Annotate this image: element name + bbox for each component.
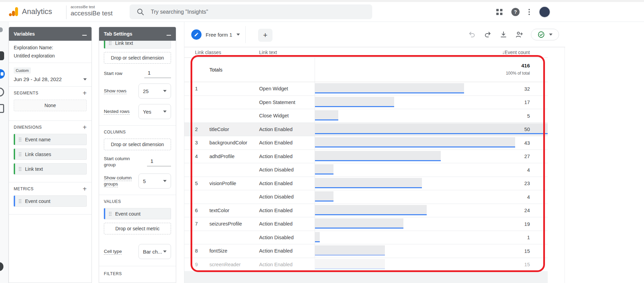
row-dimension-chip[interactable]: Link text: [104, 41, 171, 49]
explore-icon[interactable]: [0, 69, 5, 79]
help-glyph: ?: [514, 9, 517, 15]
home-icon[interactable]: [0, 27, 3, 32]
link-text-cell: Action Enabled: [259, 177, 315, 190]
apps-grid-icon[interactable]: [496, 9, 502, 15]
chevron-down-icon: [83, 78, 87, 80]
dimension-chip[interactable]: Link classes: [14, 149, 87, 160]
metric-chip[interactable]: Event count: [14, 195, 87, 207]
share-user-icon[interactable]: [515, 30, 523, 39]
table-row[interactable]: 8 fontSize Action Enabled 15: [184, 244, 548, 258]
property-switcher[interactable]: accessiBe test accessiBe test: [71, 5, 113, 17]
library-icon[interactable]: [0, 104, 4, 113]
event-count-value: 24: [524, 204, 530, 218]
drag-handle-icon[interactable]: [19, 199, 22, 203]
date-range-value: Jun 29 - Jul 28, 2022: [14, 76, 62, 82]
table-row[interactable]: Close Widget 5: [184, 109, 548, 123]
start-column-group-input[interactable]: 1: [147, 157, 171, 166]
bar-cell: 24: [315, 204, 548, 217]
variables-title: Variables: [14, 31, 35, 37]
table-body: 1 Open Widget 32 Open Statement 17: [184, 82, 548, 271]
table-row[interactable]: 5 visionProfile Action Enabled 23: [184, 177, 548, 191]
drag-handle-icon[interactable]: [19, 167, 22, 171]
event-count-value: 50: [524, 123, 530, 137]
column-header-link-classes[interactable]: Link classes: [195, 50, 259, 55]
show-column-groups-select[interactable]: 5: [138, 173, 171, 189]
link-text-cell: Close Widget: [259, 109, 315, 123]
minimize-icon[interactable]: [167, 35, 171, 36]
reports-icon[interactable]: [0, 51, 4, 60]
exploration-canvas: Free form 1 + Link classes Link text ↓Ev…: [184, 22, 565, 283]
segments-none-chip[interactable]: None: [14, 100, 87, 111]
dimension-chip[interactable]: Event name: [14, 134, 87, 145]
drop-metric-zone[interactable]: Drop or select metric: [104, 223, 171, 234]
undo-icon[interactable]: [468, 30, 476, 39]
table-row[interactable]: 4 adhdProfile Action Enabled 27: [184, 150, 548, 164]
drag-handle-icon[interactable]: [19, 152, 22, 156]
admin-icon[interactable]: [0, 262, 3, 271]
search-input[interactable]: Try searching "Insights": [130, 4, 372, 19]
header-divider: [66, 5, 66, 19]
show-rows-select[interactable]: 25: [138, 83, 171, 99]
drop-dimension-zone[interactable]: Drop or select dimension: [104, 52, 171, 64]
add-metric-icon[interactable]: +: [83, 186, 87, 191]
drag-handle-icon[interactable]: [109, 41, 112, 45]
event-count-bar: [315, 178, 422, 188]
value-metric-chip[interactable]: Event count: [104, 208, 171, 219]
event-count-bar: [315, 137, 515, 147]
chevron-down-icon[interactable]: [236, 34, 240, 36]
exploration-name-value[interactable]: Untitled exploration: [14, 53, 87, 59]
dimensions-block: DIMENSIONS + Event name Link classes Lin…: [9, 121, 92, 182]
column-header-link-text[interactable]: Link text: [259, 50, 315, 55]
status-ok-button[interactable]: [531, 29, 559, 40]
cell-type-label: Cell type: [104, 248, 122, 255]
add-dimension-icon[interactable]: +: [83, 125, 87, 130]
minimize-icon[interactable]: [82, 35, 87, 36]
table-row[interactable]: 1 Open Widget 32: [184, 82, 548, 96]
dimension-chip-label: Event name: [25, 137, 51, 142]
column-header-event-count[interactable]: ↓Event count: [315, 50, 548, 55]
table-row[interactable]: 2 titleColor Action Enabled 50: [184, 123, 548, 137]
event-count-bar: [315, 259, 385, 269]
value-metric-chip-label: Event count: [115, 211, 141, 217]
event-count-bar: [315, 232, 320, 242]
segments-block: SEGMENTS + None: [9, 87, 92, 121]
dimension-chip[interactable]: Link text: [14, 163, 87, 175]
add-tab-button[interactable]: +: [258, 29, 272, 42]
redo-icon[interactable]: [484, 30, 492, 39]
advertising-icon[interactable]: [0, 88, 4, 97]
row-number-cell: 7: [195, 217, 209, 231]
table-row[interactable]: 7 seizuresProfile Action Enabled 19: [184, 217, 548, 231]
metrics-label: METRICS: [14, 186, 34, 191]
metric-chip-label: Event count: [25, 198, 50, 204]
chevron-down-icon: [163, 90, 167, 92]
table-row[interactable]: Action Disabled 4: [184, 190, 548, 204]
bar-cell: 4: [315, 163, 548, 177]
tab-free-form-1[interactable]: Free form 1: [189, 26, 246, 43]
totals-value: 416: [521, 63, 530, 68]
table-row[interactable]: Action Disabled 1: [184, 231, 548, 245]
event-count-bar: [315, 124, 548, 134]
drop-dimension-zone[interactable]: Drop or select dimension: [104, 139, 171, 150]
app-header: Analytics accessiBe test accessiBe test …: [0, 2, 644, 22]
table-row[interactable]: Action Disabled 4: [184, 163, 548, 177]
download-icon[interactable]: [499, 30, 508, 39]
dimension-chip-label: Link classes: [25, 152, 51, 157]
ga4-explorations-app: Analytics accessiBe test accessiBe test …: [0, 0, 644, 283]
app-name: Analytics: [22, 7, 52, 16]
table-row[interactable]: 9 screenReader Action Enabled 15: [184, 258, 548, 272]
table-row[interactable]: Open Statement 17: [184, 96, 548, 110]
help-icon[interactable]: ?: [511, 8, 520, 16]
nested-rows-select[interactable]: Yes: [138, 104, 171, 119]
avatar[interactable]: [539, 6, 550, 18]
start-row-input[interactable]: 1: [144, 69, 171, 78]
more-options-icon[interactable]: [528, 9, 530, 15]
cell-type-select[interactable]: Bar ch...: [138, 244, 171, 259]
add-segment-icon[interactable]: +: [83, 91, 87, 95]
table-row[interactable]: 6 textColor Action Enabled 24: [184, 204, 548, 218]
bar-cell: 50: [315, 123, 548, 136]
table-row[interactable]: 3 backgroundColor Action Enabled 43: [184, 136, 548, 150]
event-count-value: 23: [524, 177, 530, 191]
drag-handle-icon[interactable]: [19, 137, 22, 142]
drag-handle-icon[interactable]: [109, 211, 112, 216]
date-range-block[interactable]: Custom Jun 29 - Jul 28, 2022: [9, 63, 92, 87]
